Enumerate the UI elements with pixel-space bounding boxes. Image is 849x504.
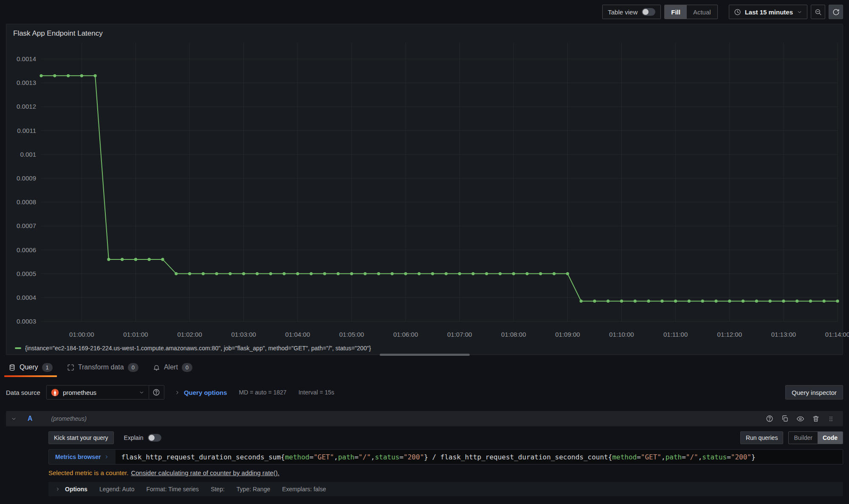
kick-start-query-button[interactable]: Kick start your query: [48, 431, 114, 444]
tab-transform-label: Transform data: [78, 363, 124, 371]
datasource-label: Data source: [6, 389, 40, 396]
x-tick-label: 01:10:00: [609, 331, 634, 338]
data-point: [512, 272, 515, 275]
data-point: [823, 300, 826, 303]
query-expression[interactable]: flask_http_request_duration_seconds_sum{…: [116, 450, 843, 464]
promql-token: =: [399, 453, 403, 461]
query-editor-row: A (prometheus) Kick start your query Exp…: [6, 411, 843, 496]
y-tick-label: 0.0006: [17, 246, 36, 253]
x-tick-label: 01:09:00: [555, 331, 580, 338]
tab-transform-data[interactable]: Transform data 0: [62, 357, 144, 378]
tab-alert-count: 0: [182, 363, 192, 372]
fill-option[interactable]: Fill: [665, 5, 687, 19]
promql-token: ,: [334, 453, 338, 461]
editor-mode-switch: Builder Code: [788, 431, 843, 444]
query-options-summary-items: Legend: AutoFormat: Time seriesStep:Type…: [99, 486, 326, 493]
query-row-body: Kick start your query Explain Run querie…: [6, 431, 843, 496]
tab-query[interactable]: Query 1: [3, 357, 58, 378]
promql-token: =: [354, 453, 358, 461]
refresh-icon: [832, 8, 840, 16]
x-tick-label: 01:14:00: [825, 331, 849, 338]
data-point: [714, 300, 717, 303]
promql-token: "GET": [641, 453, 661, 461]
y-tick-label: 0.0011: [17, 127, 36, 134]
counter-warning: Selected metric is a counter.Consider ca…: [48, 469, 843, 476]
data-point: [634, 300, 637, 303]
time-series-panel: Flask App Endpoint Latency 0.00030.00040…: [6, 24, 843, 355]
query-options-toggle[interactable]: Query options: [175, 389, 227, 396]
run-queries-button[interactable]: Run queries: [740, 431, 784, 444]
angle-right-icon: [175, 390, 180, 395]
explain-toggle[interactable]: [148, 434, 161, 442]
query-row-header[interactable]: A (prometheus): [6, 411, 843, 426]
option-item: Type: Range: [237, 486, 270, 493]
data-point: [701, 300, 704, 303]
data-point: [471, 272, 474, 275]
data-point: [836, 300, 839, 303]
promql-token: method: [285, 453, 310, 461]
option-item: Legend: Auto: [99, 486, 135, 493]
data-point: [202, 272, 205, 275]
collapse-chevron-icon[interactable]: [11, 416, 17, 422]
data-point: [175, 272, 178, 275]
option-item: Format: Time series: [146, 486, 199, 493]
options-expander[interactable]: Options: [55, 486, 87, 493]
drag-handle-icon[interactable]: [827, 415, 835, 422]
data-point: [742, 300, 745, 303]
data-point: [674, 300, 677, 303]
datasource-picker[interactable]: prometheus: [46, 385, 149, 400]
refresh-button[interactable]: [829, 5, 843, 19]
table-view-label: Table view: [608, 8, 637, 16]
promql-token: =: [682, 453, 686, 461]
disable-query-eye-icon[interactable]: [796, 415, 804, 423]
time-range-picker[interactable]: Last 15 minutes: [729, 5, 807, 19]
datasource-selected: prometheus: [63, 389, 96, 396]
promql-token: path: [338, 453, 355, 461]
query-inspector-button[interactable]: Query inspector: [785, 385, 843, 400]
builder-mode-option[interactable]: Builder: [789, 432, 818, 444]
promql-token: "GET": [313, 453, 334, 461]
data-point: [148, 258, 151, 261]
zoom-out-button[interactable]: [811, 5, 825, 19]
option-item: Step:: [211, 486, 225, 493]
data-point: [458, 272, 461, 275]
promql-token: status: [702, 453, 727, 461]
code-mode-option[interactable]: Code: [818, 432, 843, 444]
promql-token: }: [751, 453, 756, 461]
query-help-icon[interactable]: [766, 415, 773, 422]
tab-alert[interactable]: Alert 0: [148, 357, 197, 378]
warning-text: Selected metric is a counter.: [48, 469, 128, 476]
data-point: [242, 272, 245, 275]
question-circle-icon: [152, 389, 160, 396]
data-point: [67, 74, 70, 77]
delete-query-trash-icon[interactable]: [812, 415, 820, 422]
x-tick-label: 01:13:00: [771, 331, 796, 338]
data-point: [337, 272, 340, 275]
x-tick-label: 01:01:00: [123, 331, 148, 338]
latency-chart[interactable]: 0.00030.00040.00050.00060.00070.00080.00…: [6, 40, 843, 343]
datasource-help-button[interactable]: [149, 385, 164, 400]
editor-resize-handle[interactable]: [380, 354, 470, 356]
warning-rate-link[interactable]: Consider calculating rate of counter by …: [131, 469, 279, 476]
promql-editor: Metrics browser flask_http_request_durat…: [48, 449, 843, 465]
search-minus-icon: [815, 8, 822, 16]
data-point: [566, 272, 569, 275]
promql-token: method: [612, 453, 637, 461]
duplicate-query-icon[interactable]: [781, 415, 789, 422]
data-point: [94, 74, 97, 77]
metrics-browser-button[interactable]: Metrics browser: [49, 450, 116, 464]
data-point: [445, 272, 448, 275]
explain-label: Explain: [124, 434, 144, 441]
promql-token: ,: [371, 453, 375, 461]
legend-series-label[interactable]: {instance="ec2-184-169-216-224.us-west-1…: [25, 345, 371, 352]
panel-editor-toolbar: Table view Fill Actual Last 15 minutes: [0, 0, 849, 20]
query-options-label: Query options: [184, 389, 227, 396]
data-point: [620, 300, 623, 303]
promql-token: flask_http_request_duration_seconds_sum{: [121, 453, 285, 461]
x-tick-label: 01:03:00: [231, 331, 256, 338]
data-point: [323, 272, 326, 275]
promql-token: =: [637, 453, 641, 461]
actual-option[interactable]: Actual: [687, 5, 717, 19]
fill-actual-switch: Fill Actual: [664, 5, 717, 19]
table-view-toggle[interactable]: [642, 8, 655, 16]
